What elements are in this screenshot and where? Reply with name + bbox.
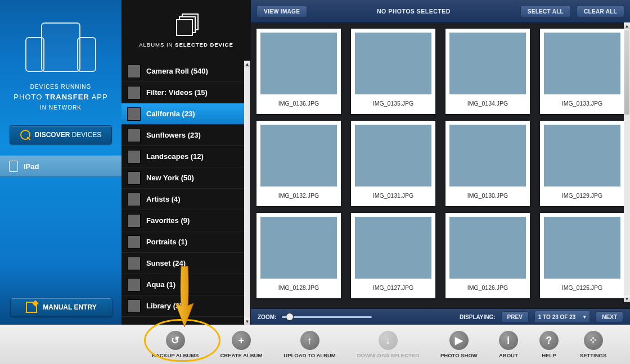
album-item[interactable]: Library (3) bbox=[122, 295, 250, 317]
albums-list: ▲ ▼ Camera Roll (540)Filter: Videos (15)… bbox=[122, 61, 251, 325]
photo-card[interactable]: IMG_0128.JPG bbox=[256, 213, 341, 298]
toolbar-help[interactable]: ?HELP bbox=[539, 331, 559, 358]
scroll-up-icon[interactable]: ▲ bbox=[244, 61, 250, 67]
album-thumb-icon bbox=[127, 107, 141, 121]
album-item-label: Favorites (9) bbox=[146, 216, 190, 225]
album-item-label: Library (3) bbox=[146, 302, 182, 310]
photo-card[interactable]: IMG_0129.JPG bbox=[540, 121, 624, 206]
clear-all-button[interactable]: CLEAR ALL bbox=[577, 5, 624, 17]
album-item-label: Camera Roll (540) bbox=[146, 67, 208, 75]
photo-card[interactable]: IMG_0126.JPG bbox=[446, 213, 530, 298]
network-sidebar: DEVICES RUNNING PHOTO TRANSFER APP IN NE… bbox=[0, 0, 122, 325]
album-thumb-icon bbox=[127, 299, 141, 313]
grid-topbar: VIEW IMAGE NO PHOTOS SELECTED SELECT ALL… bbox=[251, 0, 630, 23]
photo-filename: IMG_0135.JPG bbox=[373, 100, 413, 107]
album-item[interactable]: Artists (4) bbox=[122, 189, 250, 210]
bottom-toolbar: ↺BACKUP ALBUMS+CREATE ALBUM↑UPLOAD TO AL… bbox=[0, 325, 630, 364]
album-item[interactable]: Aqua (1) bbox=[122, 274, 250, 295]
photo-thumbnail bbox=[260, 33, 337, 94]
albums-panel: ALBUMS IN SELECTED DEVICE ▲ ▼ Camera Rol… bbox=[122, 0, 251, 325]
album-item[interactable]: New York (50) bbox=[122, 167, 250, 189]
album-item[interactable]: California (23) bbox=[122, 103, 250, 125]
prev-page-button[interactable]: PREV bbox=[501, 311, 529, 322]
selection-status: NO PHOTOS SELECTED bbox=[313, 8, 515, 15]
manual-entry-button[interactable]: MANUAL ENTRY bbox=[10, 298, 112, 317]
photo-thumbnail bbox=[449, 33, 526, 94]
view-image-button[interactable]: VIEW IMAGE bbox=[256, 5, 307, 17]
scroll-down-icon[interactable]: ▼ bbox=[244, 318, 250, 325]
album-item[interactable]: Portraits (1) bbox=[122, 231, 250, 253]
toolbar-label: CREATE ALBUM bbox=[220, 352, 262, 358]
album-thumb-icon bbox=[127, 278, 141, 292]
album-thumb-icon bbox=[127, 65, 141, 78]
album-item[interactable]: Landscapes (12) bbox=[122, 146, 250, 167]
discover-devices-button[interactable]: DISCOVER DEVICES bbox=[10, 125, 112, 144]
albums-stack-icon bbox=[175, 13, 197, 36]
photo-filename: IMG_0129.JPG bbox=[562, 192, 602, 199]
photo-card[interactable]: IMG_0133.JPG bbox=[540, 29, 624, 114]
toolbar-photo-show[interactable]: ▶PHOTO SHOW bbox=[440, 331, 478, 358]
toolbar-icon: ↺ bbox=[166, 331, 185, 350]
edit-icon bbox=[26, 302, 37, 313]
album-item[interactable]: Sunflowers (23) bbox=[122, 125, 250, 146]
photo-thumbnail bbox=[449, 125, 526, 186]
photo-filename: IMG_0134.JPG bbox=[467, 100, 508, 107]
album-item[interactable]: Filter: Videos (15) bbox=[122, 82, 250, 103]
album-thumb-icon bbox=[127, 150, 141, 163]
photo-card[interactable]: IMG_0131.JPG bbox=[351, 121, 435, 206]
album-item-label: California (23) bbox=[146, 110, 195, 118]
tablet-icon bbox=[9, 161, 18, 172]
next-page-button[interactable]: NEXT bbox=[596, 311, 623, 322]
photo-thumbnail bbox=[544, 217, 620, 279]
photo-card[interactable]: IMG_0132.JPG bbox=[256, 121, 341, 206]
scroll-thumb[interactable] bbox=[624, 30, 629, 115]
photo-card[interactable]: IMG_0125.JPG bbox=[540, 213, 624, 298]
device-list: iPad bbox=[0, 156, 122, 177]
select-all-button[interactable]: SELECT ALL bbox=[520, 5, 571, 17]
photo-card[interactable]: IMG_0127.JPG bbox=[351, 213, 435, 298]
photo-filename: IMG_0126.JPG bbox=[467, 284, 508, 291]
photo-card[interactable]: IMG_0135.JPG bbox=[351, 29, 435, 114]
photo-card[interactable]: IMG_0134.JPG bbox=[446, 29, 530, 114]
photo-card[interactable]: IMG_0130.JPG bbox=[446, 121, 530, 206]
album-thumb-icon bbox=[127, 235, 141, 249]
photo-filename: IMG_0131.JPG bbox=[373, 192, 413, 199]
photo-thumbnail bbox=[355, 217, 431, 279]
photo-filename: IMG_0132.JPG bbox=[278, 192, 319, 199]
toolbar-icon: ? bbox=[539, 331, 559, 350]
album-item[interactable]: Sunset (24) bbox=[122, 253, 250, 274]
toolbar-backup-albums[interactable]: ↺BACKUP ALBUMS bbox=[152, 331, 199, 358]
photo-filename: IMG_0128.JPG bbox=[278, 284, 319, 291]
toolbar-icon: i bbox=[499, 331, 518, 350]
album-item-label: Artists (4) bbox=[146, 195, 181, 203]
grid-zoombar: ZOOM: DISPLAYING: PREV 1 TO 23 OF 23 NEX… bbox=[251, 308, 630, 325]
toolbar-download-selected: ↓DOWNLOAD SELECTED bbox=[357, 331, 419, 358]
album-item[interactable]: Camera Roll (540) bbox=[122, 61, 250, 82]
scroll-up-icon[interactable]: ▲ bbox=[624, 22, 630, 29]
device-row-ipad[interactable]: iPad bbox=[0, 156, 122, 177]
page-range-select[interactable]: 1 TO 23 OF 23 bbox=[534, 311, 591, 323]
album-item-label: Sunflowers (23) bbox=[146, 131, 201, 139]
photo-card[interactable]: IMG_0136.JPG bbox=[256, 29, 341, 114]
album-thumb-icon bbox=[127, 129, 141, 142]
photo-thumbnail bbox=[449, 217, 526, 279]
album-item-label: New York (50) bbox=[146, 174, 194, 182]
toolbar-settings[interactable]: ⁘SETTINGS bbox=[580, 331, 607, 358]
toolbar-icon: + bbox=[232, 331, 251, 350]
photo-thumbnail bbox=[260, 125, 337, 186]
albums-scrollbar[interactable] bbox=[244, 61, 250, 325]
photo-thumbnail bbox=[355, 33, 431, 94]
grid-scrollbar[interactable]: ▲ ▼ bbox=[624, 22, 630, 302]
toolbar-create-album[interactable]: +CREATE ALBUM bbox=[220, 331, 262, 358]
zoom-slider[interactable] bbox=[282, 316, 372, 318]
scroll-down-icon[interactable]: ▼ bbox=[624, 295, 630, 302]
toolbar-label: ABOUT bbox=[499, 352, 518, 358]
toolbar-icon: ⁘ bbox=[584, 331, 603, 350]
toolbar-about[interactable]: iABOUT bbox=[499, 331, 518, 358]
toolbar-label: DOWNLOAD SELECTED bbox=[357, 352, 419, 358]
toolbar-upload-to-album[interactable]: ↑UPLOAD TO ALBUM bbox=[284, 331, 335, 358]
photo-filename: IMG_0127.JPG bbox=[373, 284, 413, 291]
album-item[interactable]: Favorites (9) bbox=[122, 210, 250, 231]
toolbar-label: HELP bbox=[542, 352, 556, 358]
sidebar-title: DEVICES RUNNING PHOTO TRANSFER APP IN NE… bbox=[14, 82, 107, 113]
